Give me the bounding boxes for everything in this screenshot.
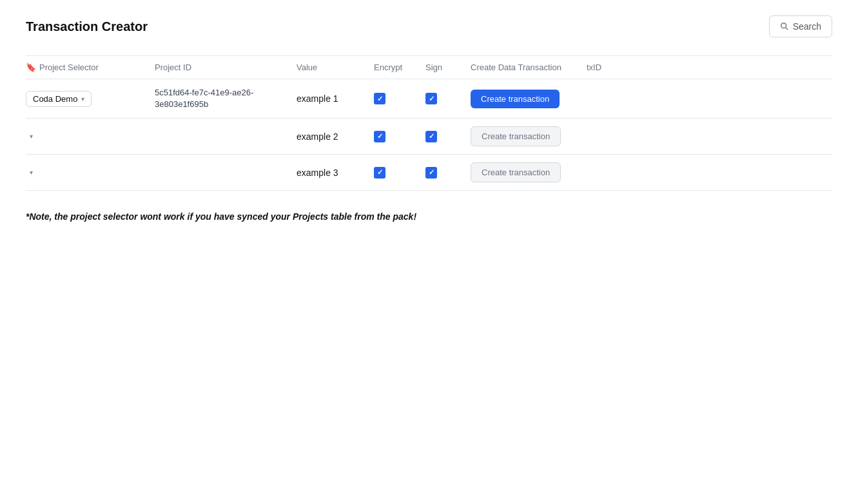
chevron-down-icon: ▾ — [30, 169, 33, 176]
search-icon — [780, 22, 789, 31]
encrypt-cell — [374, 119, 425, 155]
txid-cell — [587, 119, 832, 155]
sign-checkbox[interactable] — [425, 167, 437, 179]
sign-cell — [425, 79, 471, 119]
col-header-encrypt: Encrypt — [374, 56, 425, 79]
encrypt-checkbox[interactable] — [374, 131, 385, 142]
table-header-row: 🔖 Project Selector Project ID Value Encr… — [26, 56, 832, 79]
project-id-text: 5c51fd64-fe7c-41e9-ae26-3e803e1f695b — [155, 88, 253, 109]
value-cell: example 1 — [297, 79, 374, 119]
col-header-value: Value — [297, 56, 374, 79]
create-transaction-button[interactable]: Create transaction — [471, 126, 561, 146]
value-cell: example 3 — [297, 155, 374, 191]
table-row: ▾ example 3Create transaction — [26, 155, 832, 191]
project-id-cell — [155, 155, 297, 191]
col-header-create-transaction: Create Data Transaction — [471, 56, 587, 79]
chevron-down-icon: ▾ — [81, 95, 84, 102]
project-selector-cell: ▾ — [26, 155, 155, 191]
value-cell: example 2 — [297, 119, 374, 155]
project-selector-dropdown[interactable]: Coda Demo ▾ — [26, 91, 92, 107]
project-selector-value: Coda Demo — [33, 94, 77, 104]
svg-point-0 — [781, 23, 786, 28]
page-title: Transaction Creator — [26, 19, 148, 34]
chevron-down-icon: ▾ — [30, 133, 33, 140]
project-id-cell — [155, 119, 297, 155]
table-wrapper: 🔖 Project Selector Project ID Value Encr… — [26, 55, 832, 191]
table-row: ▾ example 2Create transaction — [26, 119, 832, 155]
col-header-sign: Sign — [425, 56, 471, 79]
search-button[interactable]: Search — [769, 15, 832, 37]
encrypt-checkbox[interactable] — [374, 93, 385, 104]
col-header-txid: txID — [587, 56, 832, 79]
project-selector-cell: Coda Demo ▾ — [26, 79, 155, 119]
note-text: *Note, the project selector wont work if… — [26, 211, 832, 222]
sign-checkbox[interactable] — [425, 131, 437, 142]
txid-cell — [587, 155, 832, 191]
project-id-cell: 5c51fd64-fe7c-41e9-ae26-3e803e1f695b — [155, 79, 297, 119]
create-transaction-button[interactable]: Create transaction — [471, 90, 560, 108]
sign-checkbox[interactable] — [425, 93, 437, 104]
create-transaction-button[interactable]: Create transaction — [471, 162, 561, 182]
encrypt-cell — [374, 79, 425, 119]
sign-cell — [425, 119, 471, 155]
table-row: Coda Demo ▾ 5c51fd64-fe7c-41e9-ae26-3e80… — [26, 79, 832, 119]
sign-cell — [425, 155, 471, 191]
svg-line-1 — [785, 28, 788, 30]
col-header-project-id: Project ID — [155, 56, 297, 79]
header: Transaction Creator Search — [26, 15, 832, 37]
encrypt-checkbox[interactable] — [374, 167, 385, 179]
project-selector-cell: ▾ — [26, 119, 155, 155]
create-transaction-cell: Create transaction — [471, 119, 587, 155]
empty-selector-dropdown[interactable]: ▾ — [26, 166, 147, 179]
create-transaction-cell: Create transaction — [471, 155, 587, 191]
bookmark-icon: 🔖 — [26, 63, 36, 72]
create-transaction-cell: Create transaction — [471, 79, 587, 119]
search-label: Search — [793, 21, 821, 32]
col-header-project-selector: 🔖 Project Selector — [26, 56, 155, 79]
encrypt-cell — [374, 155, 425, 191]
empty-selector-dropdown[interactable]: ▾ — [26, 130, 147, 142]
txid-cell — [587, 79, 832, 119]
page-container: Transaction Creator Search 🔖 Project Sel… — [0, 0, 858, 237]
main-table: 🔖 Project Selector Project ID Value Encr… — [26, 56, 832, 191]
